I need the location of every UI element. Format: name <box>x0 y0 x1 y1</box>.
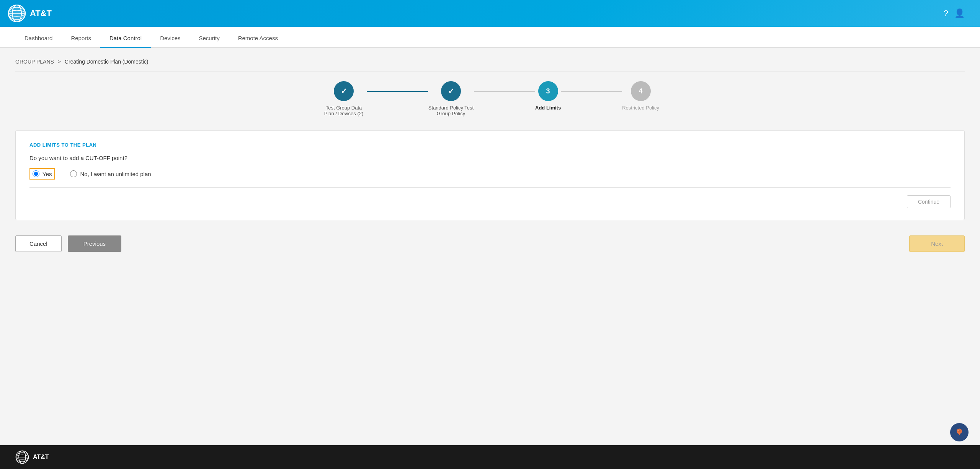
step-4-label: Restricted Policy <box>622 105 659 111</box>
cancel-button[interactable]: Cancel <box>15 235 62 252</box>
previous-button[interactable]: Previous <box>68 235 121 252</box>
nav-security[interactable]: Security <box>190 29 229 48</box>
section-title: ADD LIMITS TO THE PLAN <box>29 142 951 148</box>
help-button[interactable]: ? <box>944 8 948 18</box>
cutoff-question: Do you want to add a CUT-OFF point? <box>29 155 951 161</box>
footer-globe-icon <box>15 450 29 464</box>
nav-reports[interactable]: Reports <box>62 29 100 48</box>
navbar: Dashboard Reports Data Control Devices S… <box>0 27 980 48</box>
continue-button[interactable]: Continue <box>907 195 951 208</box>
header-icons: ? 👤 <box>944 8 965 18</box>
connector-1-2 <box>367 91 428 92</box>
connector-2-3 <box>474 91 535 92</box>
content-card: ADD LIMITS TO THE PLAN Do you want to ad… <box>15 130 965 220</box>
breadcrumb-divider <box>15 72 965 72</box>
brand-logo: AT&T <box>8 4 52 23</box>
att-globe-icon <box>8 4 26 23</box>
brand-name: AT&T <box>30 8 52 18</box>
yes-label[interactable]: Yes <box>42 171 52 177</box>
breadcrumb-separator: > <box>58 59 61 65</box>
continue-row: Continue <box>29 195 951 208</box>
step-4-circle: 4 <box>631 81 651 101</box>
step-1-label: Test Group Data Plan / Devices (2) <box>321 105 367 116</box>
footer-logo: AT&T <box>15 450 49 464</box>
step-3-circle: 3 <box>538 81 558 101</box>
no-label[interactable]: No, I want an unlimited plan <box>80 171 151 177</box>
step-3: 3 Add Limits <box>535 81 561 111</box>
chat-bubble-button[interactable] <box>950 423 969 441</box>
next-button[interactable]: Next <box>909 235 965 252</box>
step-2-circle <box>441 81 461 101</box>
yes-option-wrapper[interactable]: Yes <box>29 168 55 180</box>
step-2-label: Standard Policy Test Group Policy <box>428 105 474 116</box>
stepper: Test Group Data Plan / Devices (2) Stand… <box>15 81 965 116</box>
bottom-left-actions: Cancel Previous <box>15 235 121 252</box>
content-divider <box>29 187 951 188</box>
nav-remote-access[interactable]: Remote Access <box>229 29 287 48</box>
step-1-circle <box>334 81 354 101</box>
connector-3-4 <box>561 91 622 92</box>
breadcrumb-current: Creating Domestic Plan (Domestic) <box>65 59 149 65</box>
nav-dashboard[interactable]: Dashboard <box>15 29 62 48</box>
footer: AT&T <box>0 445 980 469</box>
no-radio[interactable] <box>70 170 77 177</box>
header: AT&T ? 👤 <box>0 0 980 27</box>
chat-icon <box>954 427 964 437</box>
step-1: Test Group Data Plan / Devices (2) <box>321 81 367 116</box>
nav-data-control[interactable]: Data Control <box>100 29 151 48</box>
nav-devices[interactable]: Devices <box>151 29 189 48</box>
yes-radio[interactable] <box>33 170 39 177</box>
step-3-label: Add Limits <box>535 105 561 111</box>
step-4: 4 Restricted Policy <box>622 81 659 111</box>
step-2: Standard Policy Test Group Policy <box>428 81 474 116</box>
breadcrumb: GROUP PLANS > Creating Domestic Plan (Do… <box>15 59 965 65</box>
footer-brand-name: AT&T <box>33 454 49 461</box>
main-content: GROUP PLANS > Creating Domestic Plan (Do… <box>0 48 980 445</box>
no-option[interactable]: No, I want an unlimited plan <box>70 170 151 177</box>
radio-group: Yes No, I want an unlimited plan <box>29 168 951 180</box>
user-button[interactable]: 👤 <box>954 8 965 18</box>
breadcrumb-parent[interactable]: GROUP PLANS <box>15 59 54 65</box>
svg-point-14 <box>958 430 961 432</box>
bottom-actions: Cancel Previous Next <box>15 229 965 255</box>
